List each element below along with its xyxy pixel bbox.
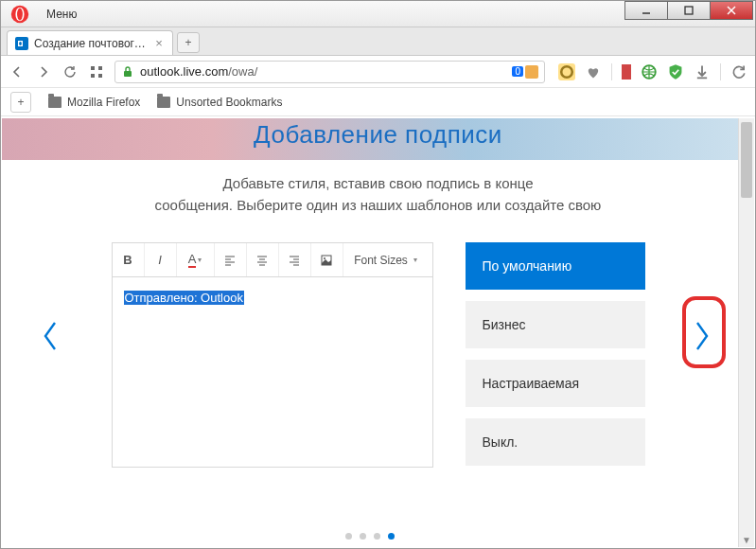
scroll-down-arrow[interactable]: ▼ <box>739 532 754 547</box>
pager-dot-3[interactable] <box>374 533 380 540</box>
bookmark-heart-icon[interactable] <box>585 63 602 80</box>
bookmark-folder-unsorted[interactable]: Unsorted Bookmarks <box>157 96 282 109</box>
svg-rect-13 <box>98 74 102 78</box>
banner: Добавление подписи <box>2 118 754 160</box>
template-custom[interactable]: Настраиваемая <box>466 360 645 407</box>
align-right-button[interactable] <box>279 243 311 276</box>
pager-dots <box>2 533 738 540</box>
font-size-select[interactable]: Font Sizes▾ <box>343 243 429 276</box>
editor-body[interactable]: Отправлено: Outlook <box>113 277 432 467</box>
template-default[interactable]: По умолчанию <box>466 242 645 290</box>
tab-strip: Создание почтового ящи × + <box>1 27 755 56</box>
folder-icon <box>157 97 170 108</box>
editor-toolbar: B I A▾ Font Sizes▾ <box>113 243 432 277</box>
maximize-button[interactable] <box>667 1 711 20</box>
tracker-badge[interactable]: 0 <box>512 64 538 80</box>
svg-rect-14 <box>124 71 132 77</box>
bookmarks-bar: + Mozilla Firefox Unsorted Bookmarks <box>1 88 755 116</box>
pager-dot-4[interactable] <box>388 533 395 540</box>
page-subtitle: Добавьте стиля, вставив свою подпись в к… <box>2 160 754 223</box>
svg-point-30 <box>324 257 325 259</box>
lock-icon <box>121 65 134 79</box>
editor-selected-text: Отправлено: Outlook <box>124 291 244 305</box>
bold-button[interactable]: B <box>113 243 145 276</box>
align-left-button[interactable] <box>215 243 247 276</box>
extension-globe-icon[interactable] <box>641 63 658 80</box>
url-input[interactable]: outlook.live.com/owa/ 0 <box>114 61 545 83</box>
page-content: Добавление подписи Добавьте стиля, встав… <box>2 118 754 547</box>
speed-dial-button[interactable] <box>88 63 105 80</box>
url-text: outlook.live.com/owa/ <box>140 64 506 79</box>
svg-point-9 <box>19 42 22 45</box>
minimize-button[interactable] <box>624 1 668 20</box>
opera-logo <box>1 1 39 27</box>
window-titlebar: Меню <box>1 1 755 27</box>
back-button[interactable] <box>9 63 26 80</box>
annotation-highlight <box>682 296 726 368</box>
prev-slide-button[interactable] <box>34 308 66 364</box>
folder-icon <box>48 97 62 108</box>
pager-dot-1[interactable] <box>345 533 352 540</box>
browser-tab[interactable]: Создание почтового ящи × <box>7 30 173 55</box>
extension-o-icon[interactable] <box>558 63 575 80</box>
forward-button[interactable] <box>35 63 52 80</box>
reload-button[interactable] <box>62 63 79 80</box>
page-title: Добавление подписи <box>254 118 502 150</box>
tab-title: Создание почтового ящи <box>34 37 148 50</box>
svg-rect-10 <box>91 66 95 70</box>
sync-icon[interactable] <box>730 63 747 80</box>
font-color-button[interactable]: A▾ <box>177 243 215 276</box>
italic-button[interactable]: I <box>145 243 177 276</box>
vertical-scrollbar[interactable]: ▲ ▼ <box>738 118 754 547</box>
downloads-icon[interactable] <box>694 63 711 80</box>
close-window-button[interactable] <box>710 1 753 20</box>
svg-rect-12 <box>91 74 95 78</box>
svg-rect-4 <box>685 7 693 14</box>
template-off[interactable]: Выкл. <box>466 418 645 466</box>
scroll-thumb[interactable] <box>741 122 752 198</box>
extension-icon-1[interactable] <box>622 64 631 80</box>
template-list: По умолчанию Бизнес Настраиваемая Выкл. <box>466 242 645 466</box>
add-bookmark-button[interactable]: + <box>10 92 31 113</box>
svg-rect-11 <box>98 66 102 70</box>
svg-point-15 <box>561 66 572 78</box>
extension-shield-icon[interactable] <box>667 63 684 80</box>
tab-close-button[interactable]: × <box>153 36 165 50</box>
template-business[interactable]: Бизнес <box>466 301 645 348</box>
svg-point-2 <box>17 8 23 20</box>
menu-button[interactable]: Меню <box>39 1 84 27</box>
bookmark-folder-firefox[interactable]: Mozilla Firefox <box>48 96 140 109</box>
pager-dot-2[interactable] <box>360 533 366 540</box>
signature-editor: B I A▾ Font Sizes▾ Отправлено: Outlook <box>112 242 433 468</box>
insert-image-button[interactable] <box>311 243 343 276</box>
align-center-button[interactable] <box>247 243 279 276</box>
address-bar-row: outlook.live.com/owa/ 0 <box>1 56 755 88</box>
outlook-favicon <box>15 37 28 50</box>
new-tab-button[interactable]: + <box>177 32 200 53</box>
